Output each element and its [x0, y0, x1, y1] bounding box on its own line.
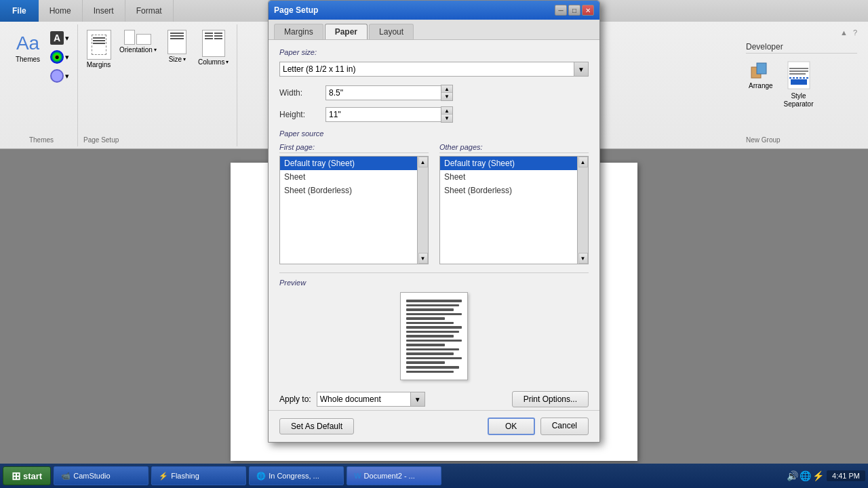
apply-to-group: Apply to: Whole document This section ▼: [279, 392, 425, 407]
dialog-tab-layout[interactable]: Layout: [369, 24, 414, 39]
clock: 4:41 PM: [827, 470, 865, 481]
colors-label: ▾: [65, 53, 69, 62]
margins-btn[interactable]: Margins: [83, 27, 114, 71]
dialog-minimize-btn[interactable]: ─: [555, 5, 567, 16]
print-options-btn[interactable]: Print Options...: [512, 391, 589, 407]
taskbar: ⊞ start 📹 CamStudio ⚡ Flashing 🌐 In Cong…: [0, 464, 868, 488]
start-button[interactable]: ⊞ start: [3, 466, 51, 485]
tab-format[interactable]: Format: [125, 0, 174, 22]
paper-source-label: Paper source: [279, 129, 589, 138]
system-tray: 🔊 🌐 ⚡: [787, 470, 824, 481]
width-spinbtns: ▲ ▼: [441, 85, 453, 101]
preview-page: [400, 292, 468, 380]
size-label: Size ▾: [169, 56, 186, 63]
orientation-icon: [124, 30, 151, 45]
preview-line-7: [406, 326, 462, 329]
height-spin-down[interactable]: ▼: [441, 115, 452, 122]
tab-insert[interactable]: Insert: [83, 0, 125, 22]
other-pages-item-0[interactable]: Default tray (Sheet): [440, 157, 577, 170]
preview-line-13: [406, 352, 454, 355]
height-spin-up[interactable]: ▲: [441, 107, 452, 115]
colors-btn[interactable]: ● ▾: [47, 49, 72, 65]
preview-line-3: [406, 308, 454, 311]
arrange-icon: [750, 60, 772, 82]
flashing-label: Flashing: [171, 472, 199, 480]
ribbon-help-icon[interactable]: ?: [853, 28, 857, 37]
set-as-default-btn[interactable]: Set As Default: [279, 418, 354, 434]
taskbar-word[interactable]: W Document2 - ...: [347, 466, 441, 485]
tray-icon-2: 🌐: [800, 470, 811, 481]
dialog-footer: Set As Default OK Cancel: [269, 410, 599, 442]
apply-to-label: Apply to:: [279, 394, 311, 404]
ribbon-min-icon[interactable]: ▲: [840, 28, 848, 37]
colors-icon: ●: [50, 50, 64, 64]
taskbar-camstudio[interactable]: 📹 CamStudio: [54, 466, 149, 485]
columns-icon: [202, 30, 225, 57]
fonts-icon: A: [50, 31, 64, 45]
tab-file[interactable]: File: [0, 0, 39, 22]
other-pages-scroll-track[interactable]: [578, 167, 588, 253]
taskbar-flashing[interactable]: ⚡ Flashing: [151, 466, 246, 485]
orientation-btn[interactable]: Orientation ▾: [117, 27, 159, 71]
effects-icon: [50, 69, 64, 83]
other-pages-scroll-down[interactable]: ▼: [578, 253, 588, 264]
effects-btn[interactable]: ▾: [47, 68, 72, 84]
fonts-btn[interactable]: A ▾: [47, 30, 72, 46]
apply-to-select[interactable]: Whole document This section: [317, 392, 425, 407]
width-input[interactable]: [326, 85, 441, 100]
width-spin-up[interactable]: ▲: [441, 85, 452, 93]
other-pages-item-2[interactable]: Sheet (Borderless): [440, 184, 577, 197]
browser-label: In Congress, ...: [269, 472, 319, 480]
first-page-item-2[interactable]: Sheet (Borderless): [280, 184, 417, 197]
preview-line-4: [406, 313, 462, 316]
other-pages-list[interactable]: Default tray (Sheet) Sheet Sheet (Border…: [439, 156, 578, 264]
first-page-scroll-up[interactable]: ▲: [418, 157, 428, 167]
dialog-tab-margins[interactable]: Margins: [274, 24, 323, 39]
developer-tab-label: Developer: [746, 41, 857, 54]
preview-line-10: [406, 340, 462, 342]
dialog-controls: ─ □ ✕: [555, 5, 594, 16]
apply-to-select-wrapper: Whole document This section ▼: [317, 392, 425, 407]
first-page-item-0[interactable]: Default tray (Sheet): [280, 157, 417, 170]
width-spinner: ▲ ▼: [326, 85, 453, 101]
themes-btn[interactable]: Aa Themes: [11, 30, 45, 66]
taskbar-browser[interactable]: 🌐 In Congress, ...: [249, 466, 344, 485]
other-pages-scrollbar[interactable]: ▲ ▼: [578, 156, 589, 264]
word-label: Document2 - ...: [364, 472, 415, 480]
first-page-scroll-track[interactable]: [418, 167, 428, 253]
cancel-btn[interactable]: Cancel: [540, 418, 589, 435]
height-input[interactable]: [326, 107, 441, 122]
columns-btn[interactable]: Columns ▾: [195, 27, 231, 71]
preview-line-15: [406, 361, 445, 364]
style-separator-btn[interactable]: StyleSeparator: [781, 58, 816, 111]
other-pages-item-1[interactable]: Sheet: [440, 170, 577, 184]
size-btn[interactable]: Size ▾: [162, 27, 193, 71]
tray-icon-1: 🔊: [787, 470, 798, 481]
windows-logo-icon: ⊞: [12, 470, 20, 483]
preview-line-16: [406, 366, 459, 369]
paper-source-columns: First page: Default tray (Sheet) Sheet S…: [279, 143, 589, 264]
dialog-maximize-btn[interactable]: □: [568, 5, 580, 16]
ok-btn[interactable]: OK: [488, 418, 535, 435]
footer-right: OK Cancel: [488, 418, 589, 435]
height-spinner: ▲ ▼: [326, 106, 453, 123]
dialog-tab-paper[interactable]: Paper: [325, 24, 368, 39]
page-setup-group: Margins Orientation ▾: [78, 24, 237, 146]
first-page-scroll-down[interactable]: ▼: [418, 253, 428, 264]
arrange-btn[interactable]: Arrange: [746, 58, 776, 92]
width-spin-down[interactable]: ▼: [441, 93, 452, 100]
first-page-title: First page:: [279, 143, 429, 153]
developer-group-label: New Group: [746, 134, 857, 144]
first-page-item-1[interactable]: Sheet: [280, 170, 417, 184]
preview-line-6: [406, 322, 454, 325]
tab-home[interactable]: Home: [39, 0, 83, 22]
other-pages-scroll-up[interactable]: ▲: [578, 157, 588, 167]
dialog-close-btn[interactable]: ✕: [582, 5, 594, 16]
first-page-list-wrapper: Default tray (Sheet) Sheet Sheet (Border…: [279, 156, 429, 264]
first-page-scrollbar[interactable]: ▲ ▼: [418, 156, 429, 264]
style-separator-label: StyleSeparator: [784, 92, 814, 108]
flashing-icon: ⚡: [159, 472, 168, 481]
dialog-body: Paper size: Letter (8 1/2 x 11 in) ▼ Wid…: [269, 40, 599, 388]
paper-size-select[interactable]: Letter (8 1/2 x 11 in): [279, 62, 589, 77]
first-page-list[interactable]: Default tray (Sheet) Sheet Sheet (Border…: [279, 156, 418, 264]
